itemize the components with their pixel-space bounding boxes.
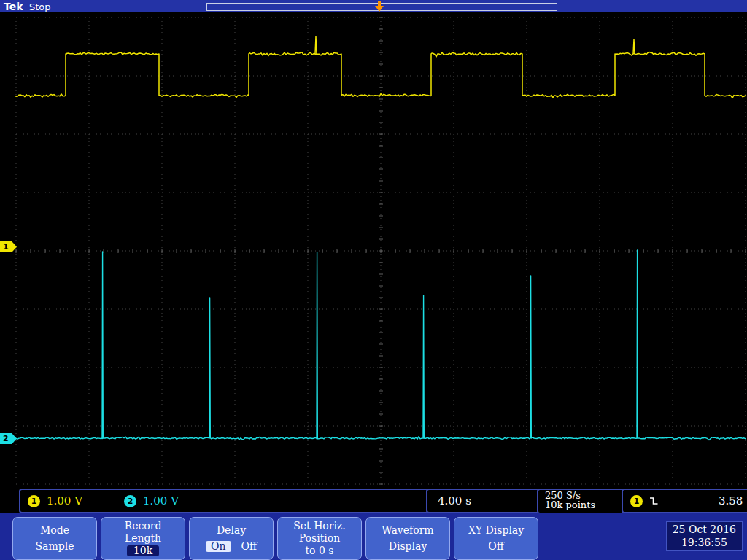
menu-button-delay[interactable]: Delay On Off (189, 517, 274, 560)
tek-logo: Tek (4, 1, 23, 12)
record-points: 10k points (545, 500, 625, 510)
menu-label: Mode (40, 525, 69, 536)
status-bar: Tek Stop (0, 0, 747, 12)
trigger-readout: 1 3.58 V (622, 489, 747, 513)
menu-button-mode[interactable]: Mode Sample (12, 517, 97, 560)
channel-1-scale: 1.00 V (47, 494, 82, 508)
menu-label: Waveform (382, 525, 433, 536)
delay-off-option: Off (241, 541, 257, 552)
datetime-display: 25 Oct 2016 19:36:55 (666, 521, 743, 551)
menu-value: Off (488, 541, 503, 552)
record-length-value: 10k (127, 545, 159, 556)
readout-bar: 1 1.00 V 2 1.00 V 4.00 s 250 S/s 10k poi… (0, 486, 747, 513)
menu-label: Record (125, 521, 162, 532)
menu-label: Position (299, 533, 341, 544)
trigger-level: 3.58 V (719, 494, 747, 508)
channel-1-badge: 1 (28, 495, 40, 508)
menu-button-record-length[interactable]: Record Length 10k (101, 517, 185, 560)
acquisition-status: Stop (29, 1, 51, 12)
trigger-slope-falling-icon (649, 496, 660, 506)
menu-button-set-horizontal-position[interactable]: Set Horiz. Position to 0 s (277, 517, 362, 560)
date: 25 Oct 2016 (673, 523, 736, 536)
channel-scale-readout: 1 1.00 V 2 1.00 V (19, 489, 432, 513)
time: 19:36:55 (673, 536, 736, 549)
menu-label: XY Display (468, 525, 524, 536)
channel-2-badge: 2 (124, 495, 136, 508)
menu-button-xy-display[interactable]: XY Display Off (454, 517, 538, 560)
menu-label: Display (389, 541, 427, 552)
trigger-position-icon (373, 1, 386, 12)
soft-menu-bar: Mode Sample Record Length 10k Delay On O… (0, 513, 747, 560)
menu-value: Sample (36, 541, 74, 552)
waveform-display (0, 0, 747, 560)
channel-2-scale: 1.00 V (143, 494, 179, 508)
oscilloscope-screen: Tek Stop 1 2 1 1.00 V 2 1.00 V 4.00 s 25… (0, 0, 747, 560)
delay-on-option: On (206, 541, 231, 552)
trigger-source-badge: 1 (630, 495, 643, 508)
menu-label: Delay (217, 525, 246, 536)
menu-label: to 0 s (305, 545, 333, 556)
menu-label: Length (125, 533, 161, 544)
acquisition-readout: 250 S/s 10k points (537, 489, 627, 514)
horizontal-scale-readout: 4.00 s (426, 489, 545, 513)
menu-label: Set Horiz. (293, 521, 346, 532)
soft-menu-buttons: Mode Sample Record Length 10k Delay On O… (12, 517, 538, 560)
menu-button-waveform-display[interactable]: Waveform Display (365, 517, 450, 560)
